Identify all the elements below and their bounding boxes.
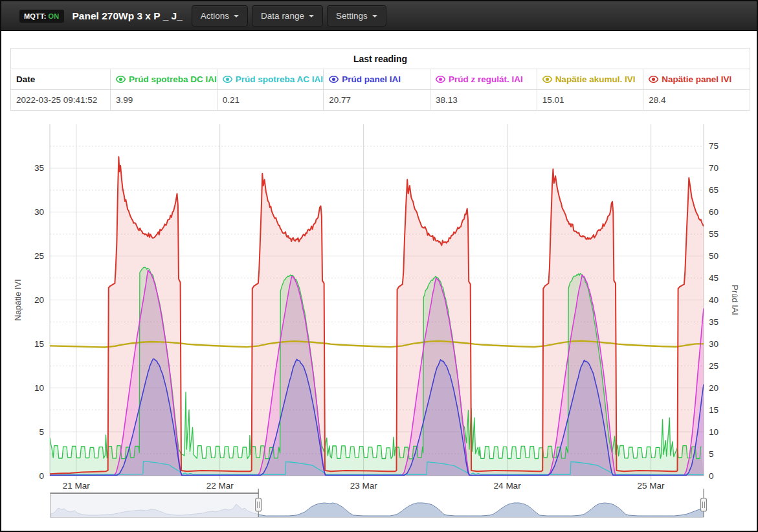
navbar: MQTT:ON Panel 270Wp 3 x P _ J_ Actions D…: [1, 1, 757, 31]
data-range-label: Data range: [261, 11, 304, 21]
y-right-tick-label: 70: [709, 163, 719, 173]
y-right-tick-label: 5: [709, 449, 714, 459]
value-prud-z-regulatora: 38.13: [430, 90, 537, 111]
y-left-tick-label: 15: [34, 339, 44, 349]
x-tick-label: 25 Mar: [638, 481, 665, 491]
y-left-tick-label: 0: [39, 471, 44, 481]
y-right-tick-label: 55: [709, 229, 719, 239]
actions-label: Actions: [201, 11, 229, 21]
series-toggle-prud-spotreba-dc[interactable]: Prúd spotreba DC IAI: [111, 69, 217, 90]
value-prud-spotreba-ac: 0.21: [217, 90, 324, 111]
mqtt-status-badge: MQTT:ON: [19, 10, 64, 23]
last-reading-table: Last reading Date Prúd spotreba DC IAI P…: [10, 48, 750, 111]
eye-icon: [649, 74, 658, 84]
value-napatie-panel: 28.4: [643, 90, 750, 111]
y-right-tick-label: 40: [709, 295, 719, 305]
y-right-axis-title: Prúd IAI: [730, 285, 740, 315]
eye-icon: [116, 74, 126, 84]
y-right-tick-label: 45: [709, 273, 719, 283]
series-toggle-prud-spotreba-ac[interactable]: Prúd spotreba AC IAI: [217, 69, 324, 90]
y-right-tick-label: 35: [709, 317, 719, 327]
y-left-tick-label: 25: [34, 251, 44, 261]
value-prud-panel: 20.77: [324, 90, 430, 111]
eye-icon: [436, 74, 445, 84]
y-left-tick-label: 35: [34, 163, 44, 173]
y-right-tick-label: 0: [709, 471, 714, 481]
value-napatie-akumulator: 15.01: [537, 90, 643, 111]
plot-area[interactable]: [50, 124, 704, 476]
last-reading-title-row: Last reading: [11, 49, 750, 69]
mqtt-status-value: ON: [49, 12, 60, 20]
y-left-tick-label: 5: [39, 427, 44, 437]
y-right-tick-label: 75: [709, 141, 719, 151]
column-label: Prúd spotreba AC IAI: [236, 74, 323, 84]
y-right-tick-label: 50: [709, 251, 719, 261]
series-toggle-napatie-akumulator[interactable]: Napätie akumul. IVI: [537, 69, 643, 90]
y-left-tick-label: 10: [34, 383, 44, 393]
caret-down-icon: [372, 15, 377, 17]
x-tick-label: 23 Mar: [350, 481, 378, 491]
last-reading-title: Last reading: [11, 49, 750, 69]
actions-dropdown-button[interactable]: Actions: [192, 5, 248, 27]
eye-icon: [223, 74, 232, 84]
caret-down-icon: [234, 15, 239, 17]
caret-down-icon: [309, 15, 314, 17]
y-right-tick-label: 10: [709, 427, 719, 437]
column-label: Prúd z regulát. IAI: [449, 74, 523, 84]
y-right-tick-label: 60: [709, 207, 719, 217]
chart-container: 0510152025303505101520253035404550556065…: [1, 118, 757, 531]
timeseries-chart: 0510152025303505101520253035404550556065…: [1, 118, 758, 529]
page-title: Panel 270Wp 3 x P _ J_: [72, 10, 183, 22]
date-value: 2022-03-25 09:41:52: [11, 90, 111, 111]
navigator-mask-outside: [50, 493, 258, 517]
app-window: MQTT:ON Panel 270Wp 3 x P _ J_ Actions D…: [0, 0, 758, 532]
y-right-tick-label: 15: [709, 405, 719, 415]
settings-dropdown-button[interactable]: Settings: [327, 5, 386, 27]
y-left-axis-title: Napätie IVI: [13, 279, 23, 320]
date-column-header: Date: [11, 69, 111, 90]
x-tick-label: 22 Mar: [206, 481, 234, 491]
series-toggle-prud-panel[interactable]: Prúd panel IAI: [324, 69, 430, 90]
column-label: Napätie panel IVI: [662, 74, 731, 84]
value-prud-spotreba-dc: 3.99: [111, 90, 217, 111]
y-right-tick-label: 25: [709, 361, 719, 371]
x-tick-label: 24 Mar: [494, 481, 522, 491]
series-toggle-napatie-panel[interactable]: Napätie panel IVI: [643, 69, 750, 90]
eye-icon: [542, 74, 552, 84]
y-right-tick-label: 30: [709, 339, 719, 349]
data-range-dropdown-button[interactable]: Data range: [252, 5, 323, 27]
series-toggle-prud-z-regulatora[interactable]: Prúd z regulát. IAI: [430, 69, 537, 90]
column-label: Prúd spotreba DC IAI: [129, 74, 217, 84]
column-label: Prúd panel IAI: [342, 74, 401, 84]
y-right-tick-label: 65: [709, 185, 719, 195]
y-left-tick-label: 30: [34, 207, 44, 217]
x-tick-label: 21 Mar: [63, 481, 91, 491]
mqtt-label: MQTT:: [24, 12, 47, 20]
y-left-tick-label: 20: [34, 295, 44, 305]
eye-icon: [329, 74, 339, 84]
column-label: Napätie akumul. IVI: [555, 74, 636, 84]
last-reading-header-row: Date Prúd spotreba DC IAI Prúd spotreba …: [11, 69, 750, 90]
y-right-tick-label: 20: [709, 383, 719, 393]
last-reading-values-row: 2022-03-25 09:41:52 3.99 0.21 20.77 38.1…: [11, 90, 750, 111]
settings-label: Settings: [336, 11, 368, 21]
